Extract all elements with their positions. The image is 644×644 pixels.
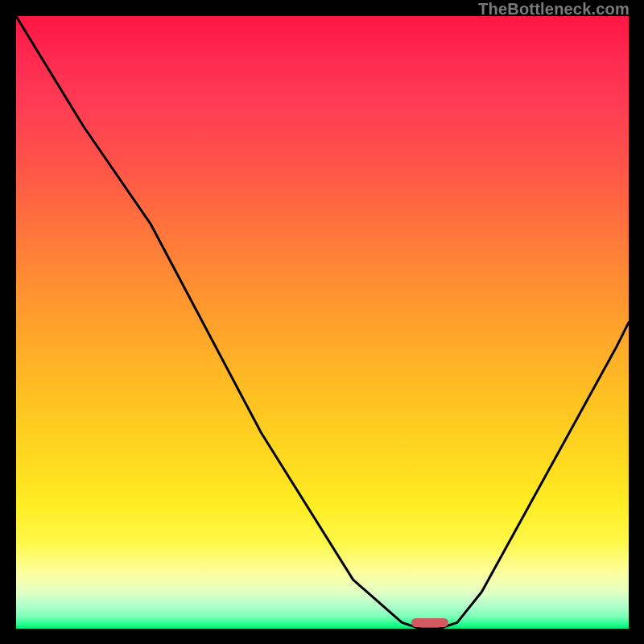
bottleneck-curve: [16, 16, 629, 629]
chart-frame: TheBottleneck.com: [0, 0, 644, 644]
watermark-text: TheBottleneck.com: [478, 0, 630, 19]
optimal-marker: [411, 618, 448, 627]
plot-area: [16, 16, 629, 629]
